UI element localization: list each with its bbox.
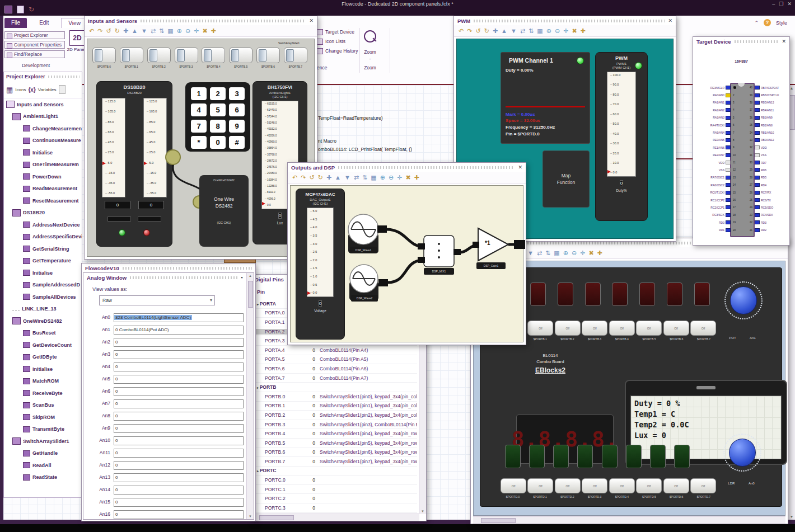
ribbon-checkbox-item[interactable]: Icon Lists	[317, 39, 358, 44]
toolbar-icon[interactable]: ⇄	[151, 28, 156, 34]
digital-pin-row[interactable]: PORTC.0 0	[254, 475, 417, 485]
ribbon-button[interactable]: Find/Replace	[4, 50, 65, 58]
zoom-icon[interactable]	[364, 30, 376, 43]
tree-item[interactable]: OneTimeMeasurem	[4, 159, 82, 171]
tree-item[interactable]: TransmitByte	[4, 423, 82, 436]
toolbar-icon[interactable]: ▼	[527, 250, 534, 256]
zoom-out-button[interactable]: -	[362, 56, 378, 62]
toolbar-icon[interactable]: ⊖	[572, 250, 577, 256]
digital-pin-row[interactable]: PORTC	[254, 467, 417, 476]
digital-pin-row[interactable]: PORTA.5 0 ComboBL0114(Pin A5)	[254, 355, 417, 365]
ldr-knob[interactable]	[723, 434, 761, 472]
toolbar-icon[interactable]: ↷	[467, 28, 472, 34]
clipped-toolbar-icon[interactable]	[59, 85, 66, 94]
tree-item[interactable]: OneWireDS2482	[4, 315, 82, 327]
tree-item[interactable]: SampleAllDevices	[4, 291, 82, 303]
analog-value-field[interactable]: 0	[114, 424, 244, 433]
toolbar-icon[interactable]: ⊕	[380, 175, 385, 181]
toolbar-icon[interactable]: ✚	[123, 28, 128, 34]
toolbar-icon[interactable]: ✖	[572, 28, 577, 34]
variables-icon[interactable]: {x}	[28, 87, 35, 93]
toolbar-icon[interactable]: ⊕	[546, 28, 551, 34]
toolbar-icon[interactable]: ✛	[397, 175, 402, 181]
keypad-key[interactable]: 4	[191, 103, 207, 116]
toolbar-icon[interactable]: ✛	[580, 250, 585, 256]
toolbar-icon[interactable]: ✖	[405, 175, 410, 181]
board-push-button[interactable]: Off	[582, 321, 607, 336]
tree-item[interactable]: DS18B20	[4, 207, 82, 219]
chip-pin[interactable]: 38 RB5/AN13	[747, 99, 789, 106]
analog-value-field[interactable]: 0	[114, 338, 244, 347]
analog-value-field[interactable]: 828 ComboBL0114(LightSensor ADC)	[114, 313, 244, 322]
chip-pin[interactable]: RA4/T0CKI 6	[696, 121, 738, 129]
tree-item[interactable]: ContinuousMeasure	[4, 135, 82, 147]
analog-value-field[interactable]: 0	[114, 461, 244, 470]
toolbar-icon[interactable]: ↷	[301, 175, 306, 181]
toolbar-icon[interactable]: ✚	[581, 28, 586, 34]
analog-value-field[interactable]: 0	[114, 473, 244, 482]
toolbar-icon[interactable]: ▦	[371, 175, 376, 181]
chip-pin[interactable]: RA1/AN1 3	[696, 99, 738, 106]
digital-pin-row[interactable]: PORTB	[254, 383, 417, 392]
slide-switch[interactable]	[175, 48, 198, 63]
analog-vertical-scrollbar[interactable]: ▲ ▼	[246, 273, 254, 519]
close-icon[interactable]: ✕	[309, 18, 314, 23]
chip-pin[interactable]: 28 RD5	[747, 174, 789, 181]
chip-pin[interactable]: 40 RB7/ICSPDAT	[747, 84, 789, 91]
digital-pin-row[interactable]: PORTC.3 0	[254, 503, 417, 513]
value-format-dropdown[interactable]: Raw	[99, 295, 215, 305]
toolbar-icon[interactable]: ✚	[597, 250, 602, 256]
chip-pin[interactable]: 30 RD7	[747, 159, 789, 166]
tree-item[interactable]: MatchROM	[4, 375, 82, 388]
tree-item[interactable]: AddressSpecificDevi	[4, 231, 82, 243]
close-icon[interactable]: ✕	[668, 18, 672, 23]
chip-pin[interactable]: RA7/OSC1 13	[696, 174, 738, 181]
pin-icon[interactable]: ▪	[241, 275, 242, 280]
digital-pin-row[interactable]: PORTA.4 0 ComboBL0114(Pin A4)	[254, 346, 417, 355]
analog-value-field[interactable]: 0	[114, 498, 244, 507]
slide-switch[interactable]	[284, 48, 307, 63]
keypad-key[interactable]: 7	[191, 120, 207, 133]
toolbar-icon[interactable]: ↻	[484, 28, 489, 34]
scroll-down-arrow[interactable]: ▼	[247, 515, 254, 518]
close-icon[interactable]: ✕	[518, 165, 522, 170]
chip-pin[interactable]: 39 RB6/ICSPCLK	[747, 91, 789, 98]
board-push-button[interactable]: Off	[663, 321, 689, 336]
scroll-up-arrow[interactable]: ▲	[247, 274, 254, 277]
scroll-down-arrow[interactable]: ▼	[788, 515, 795, 519]
toolbar-icon[interactable]: ▼	[344, 175, 350, 181]
keypad-key[interactable]: 8	[210, 120, 226, 133]
chip-pin[interactable]: RC3/SCK 18	[696, 211, 738, 219]
ribbon-button[interactable]: Component Properties	[4, 41, 65, 49]
chip-pin[interactable]: RA6/OSC2 14	[696, 181, 738, 189]
toolbar-icon[interactable]: ⊖	[389, 175, 394, 181]
toolbar-icon[interactable]: ⊖	[185, 28, 190, 34]
chip-pin[interactable]: 23 RC4/SDA	[747, 211, 789, 219]
slide-switch[interactable]	[120, 48, 143, 63]
chip-pin[interactable]: RE2/AN7 10	[696, 152, 738, 159]
chip-pin[interactable]: RA5/AN4 7	[696, 129, 738, 136]
board-push-button[interactable]: Off	[609, 478, 635, 493]
tree-item[interactable]: ReadMeasurement	[4, 183, 82, 195]
chip-pin[interactable]: VSS 12	[696, 166, 738, 173]
undo-icon[interactable]: ↻	[29, 6, 34, 13]
slide-switch[interactable]	[147, 48, 171, 63]
tree-item[interactable]: LINK_LINE_13	[4, 303, 82, 316]
tree-item[interactable]: Inputs and Sensors	[4, 98, 82, 111]
toolbar-icon[interactable]: ⇅	[159, 28, 164, 34]
restore-button[interactable]: ❐	[779, 1, 783, 7]
toolbar-icon[interactable]: ↶	[89, 28, 94, 34]
scroll-down-arrow[interactable]: ▼	[419, 510, 426, 513]
board-horizontal-scrollbar[interactable]	[473, 516, 785, 524]
tree-item[interactable]: Initialise	[4, 363, 82, 375]
toolbar-icon[interactable]: ▼	[141, 28, 147, 34]
toolbar-icon[interactable]: ⇄	[520, 28, 525, 34]
temperature-scale-1[interactable]: 125.0105.085.065.045.025.05.0-15.0-35.0-…	[102, 98, 125, 197]
toolbar-icon[interactable]: ✚	[326, 175, 331, 181]
keypad-key[interactable]: 1	[191, 87, 207, 100]
toolbar-icon[interactable]: ✖	[588, 250, 593, 256]
icons-view-icon[interactable]: ▦	[6, 86, 13, 94]
board-push-button[interactable]: Off	[555, 478, 581, 493]
digital-pin-row[interactable]: PORTC.2 0	[254, 494, 417, 503]
style-button[interactable]: Style	[776, 20, 787, 26]
